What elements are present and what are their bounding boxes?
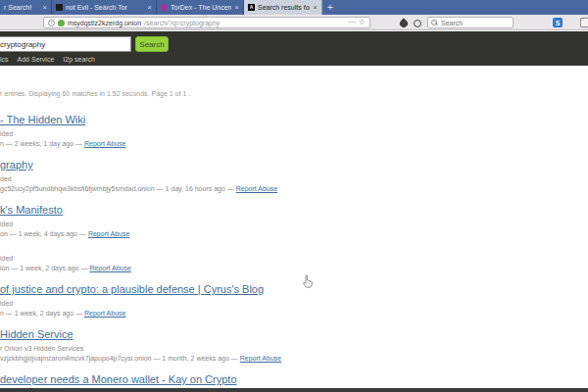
close-icon[interactable]: × — [313, 3, 318, 12]
tab-label: r Search! — [4, 4, 39, 11]
result-description: ided — [0, 254, 588, 263]
search-result: ided ion — 1 week, 2 days ago — Report A… — [0, 254, 588, 272]
result-url: vzjzkbhgjdjvajmzaron4mcvk7japupo4p7cysl.… — [0, 355, 240, 362]
tab-search[interactable]: r Search! × — [0, 0, 52, 15]
result-url-line: n — 2 weeks, 1 day ago — Report Abuse — [0, 139, 588, 148]
url-domain: msydqstlz2kzerdg.onion — [68, 20, 141, 26]
result-description: ided — [0, 299, 588, 308]
result-description: ded — [0, 174, 588, 183]
search-result: - The Hidden Wiki ided n — 2 weeks, 1 da… — [0, 110, 588, 148]
search-icon — [431, 20, 438, 26]
report-abuse-link[interactable]: Report Abuse — [84, 140, 125, 147]
result-title-link[interactable]: - The Hidden Wiki — [0, 114, 85, 126]
result-title-link[interactable]: of justice and crypto: a plausible defen… — [0, 283, 264, 296]
result-description: ided — [0, 220, 588, 228]
tab-search-results-active[interactable]: A Search results for cryptography ... × — [244, 0, 322, 15]
result-url-line: vzjzkbhgjdjvajmzaron4mcvk7japupo4p7cysl.… — [0, 354, 588, 363]
search-result: graphy ded gc52ucy2pf5undbhqw3kbsfl6fjwm… — [0, 155, 588, 193]
tordex-favicon-icon — [161, 4, 168, 11]
site-search-input[interactable] — [0, 36, 131, 52]
report-abuse-link[interactable]: Report Abuse — [240, 355, 281, 362]
results-list: - The Hidden Wiki ided n — 2 weeks, 1 da… — [0, 110, 588, 392]
url-path: /search/?q=cryptography — [144, 20, 220, 26]
result-title-link[interactable]: graphy — [0, 159, 33, 172]
notevil-favicon-icon — [56, 4, 63, 11]
tab-tordex[interactable]: TorDex - The Uncensored Tor Se × — [157, 0, 244, 15]
browser-search-input[interactable] — [441, 20, 510, 26]
address-bar[interactable]: i msydqstlz2kzerdg.onion /search/?q=cryp… — [43, 17, 370, 28]
navigation-toolbar: i msydqstlz2kzerdg.onion /search/?q=cryp… — [0, 15, 588, 30]
report-abuse-link[interactable]: Report Abuse — [88, 230, 129, 237]
result-url: ion — 1 week, 2 days ago — — [0, 265, 89, 271]
search-result: k's Manifesto ided on — 1 week, 4 days a… — [0, 200, 588, 238]
result-url: n — 2 weeks, 1 day ago — — [0, 140, 84, 147]
site-nav: ics Add Service I2p search — [0, 56, 95, 63]
site-header: Search ics Add Service I2p search — [0, 31, 588, 66]
result-title-link[interactable]: k's Manifesto — [0, 204, 63, 217]
nav-link-add-service[interactable]: Add Service — [18, 56, 55, 63]
tab-not-evil[interactable]: not Evil - Search Tor × — [52, 0, 157, 15]
result-url-line: on — 1 week, 4 days ago — Report Abuse — [0, 229, 588, 238]
search-result: of justice and crypto: a plausible defen… — [0, 279, 588, 318]
close-icon[interactable]: × — [234, 3, 239, 12]
result-url: on — 1 week, 4 days ago — — [0, 230, 88, 237]
bottom-dark-strip — [0, 388, 588, 392]
result-url-line: gc52ucy2pf5undbhqw3kbsfl6fjwmbjy5smdad.o… — [0, 184, 588, 193]
menu-edge-icon[interactable] — [580, 18, 588, 27]
hand-cursor-icon — [302, 274, 314, 289]
report-abuse-link[interactable]: Report Abuse — [84, 310, 125, 317]
result-url-line: n — 1 week, 2 days ago — Report Abuse — [0, 309, 588, 318]
ahmia-favicon-icon: A — [248, 4, 255, 11]
results-meta: r entries. Displaying 60 matches in 1.52… — [0, 90, 190, 97]
report-abuse-link[interactable]: Report Abuse — [236, 185, 277, 192]
result-title-link[interactable]: Hidden Service — [0, 328, 74, 341]
result-url: gc52ucy2pf5undbhqw3kbsfl6fjwmbjy5smdad.o… — [0, 185, 236, 192]
result-url-line: ion — 1 week, 2 days ago — Report Abuse — [0, 264, 588, 272]
report-abuse-link[interactable]: Report Abuse — [89, 265, 130, 271]
result-title-link[interactable]: developer needs a Monero wallet - Kay on… — [0, 373, 237, 386]
result-url: n — 1 week, 2 days ago — — [0, 310, 84, 317]
nav-link-i2p-search[interactable]: I2p search — [63, 56, 95, 63]
close-icon[interactable]: × — [147, 3, 152, 12]
search-result: Hidden Service r Onion v3 Hidden Service… — [0, 324, 588, 363]
site-info-icon[interactable]: i — [48, 20, 55, 26]
page-actions-icon[interactable]: ⋯ — [348, 18, 356, 27]
tab-bar: r Search! × not Evil - Search Tor × TorD… — [0, 0, 588, 15]
site-search-button[interactable]: Search — [135, 36, 169, 52]
tab-label: TorDex - The Uncensored Tor Se — [171, 4, 231, 11]
tab-label: not Evil - Search Tor — [66, 4, 144, 11]
tab-label: Search results for cryptography ... — [258, 4, 310, 11]
onion-circuit-icon[interactable] — [58, 20, 65, 26]
extension-circle-icon[interactable] — [414, 20, 421, 27]
result-description: ided — [0, 129, 588, 138]
close-icon[interactable]: × — [42, 3, 47, 12]
nav-link-statistics[interactable]: ics — [0, 56, 9, 63]
noscript-icon[interactable]: S — [553, 18, 563, 27]
bookmark-star-icon[interactable]: ☆ — [359, 18, 366, 27]
browser-window: r Search! × not Evil - Search Tor × TorD… — [0, 0, 588, 392]
tor-onion-button-icon[interactable] — [398, 18, 409, 28]
new-tab-button[interactable]: + — [322, 0, 338, 15]
browser-search-box[interactable] — [427, 17, 514, 28]
result-description: r Onion v3 Hidden Services — [0, 344, 588, 353]
